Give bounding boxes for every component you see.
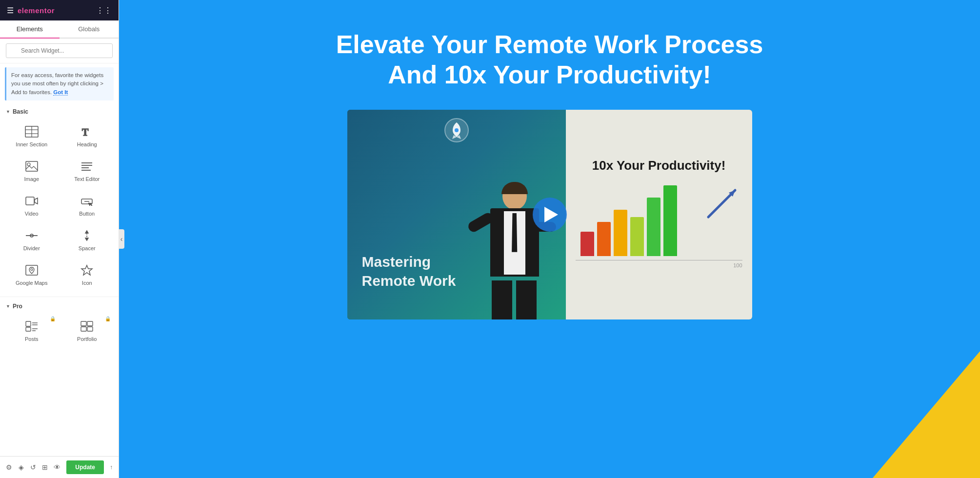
posts-icon xyxy=(23,319,40,334)
sidebar-header-left: ☰ elementor xyxy=(7,6,55,15)
svg-rect-29 xyxy=(81,321,86,326)
hamburger-icon[interactable]: ☰ xyxy=(7,6,14,15)
elementor-logo: elementor xyxy=(18,6,55,15)
sidebar-header: ☰ elementor ⋮⋮ xyxy=(0,0,119,20)
widget-google-maps-label: Google Maps xyxy=(16,280,47,286)
main-canvas: Elevate Your Remote Work Process And 10x… xyxy=(119,0,980,478)
sidebar-scrollable: For easy access, favorite the widgets yo… xyxy=(0,63,119,456)
widget-video-label: Video xyxy=(25,211,39,217)
widget-icon[interactable]: Icon xyxy=(60,256,115,291)
widget-inner-section[interactable]: Inner Section xyxy=(4,118,60,152)
bar-3 xyxy=(614,210,627,256)
video-container[interactable]: Mastering Remote Work xyxy=(347,110,752,319)
settings-icon[interactable]: ⚙ xyxy=(6,462,12,473)
widget-posts[interactable]: 🔒 Posts xyxy=(4,312,60,347)
svg-point-21 xyxy=(31,268,33,270)
widget-image-label: Image xyxy=(24,176,39,182)
svg-rect-11 xyxy=(26,197,34,205)
svg-rect-23 xyxy=(26,321,31,326)
chart-area: 100 xyxy=(576,183,742,271)
svg-marker-22 xyxy=(81,265,92,275)
widget-divider[interactable]: Divider xyxy=(4,221,60,256)
headline-line2: And 10x Your Productivity! xyxy=(388,60,711,89)
svg-point-34 xyxy=(455,128,459,132)
history-icon[interactable]: ↺ xyxy=(30,462,36,473)
svg-marker-19 xyxy=(85,238,88,240)
person-hair xyxy=(501,182,528,194)
sidebar-bottom-toolbar: ⚙ ◈ ↺ ⊞ 👁 Update ↑ xyxy=(0,456,119,478)
widget-inner-section-label: Inner Section xyxy=(16,141,47,147)
svg-rect-30 xyxy=(87,321,93,326)
section-basic-label[interactable]: Basic xyxy=(0,104,119,118)
chart-baseline xyxy=(576,260,742,260)
preview-icon[interactable]: 👁 xyxy=(54,462,60,473)
bar-1 xyxy=(580,232,594,256)
svg-rect-5 xyxy=(26,161,38,171)
favorites-tip: For easy access, favorite the widgets yo… xyxy=(5,67,114,100)
sidebar: ☰ elementor ⋮⋮ Elements Globals For easy… xyxy=(0,0,119,478)
widget-text-editor[interactable]: Text Editor xyxy=(60,152,115,187)
svg-rect-31 xyxy=(81,327,86,331)
collapse-handle[interactable] xyxy=(119,229,124,249)
widget-icon-label: Icon xyxy=(82,280,92,286)
chart-label: 100 xyxy=(576,262,742,268)
svg-marker-18 xyxy=(85,231,88,233)
widget-text-editor-label: Text Editor xyxy=(74,176,100,182)
search-input[interactable] xyxy=(6,43,113,58)
search-container xyxy=(0,39,119,63)
svg-point-6 xyxy=(27,163,30,166)
widget-button[interactable]: Button xyxy=(60,187,115,221)
update-button[interactable]: Update xyxy=(66,460,104,474)
pro-widget-grid: 🔒 Posts 🔒 xyxy=(0,312,119,351)
sidebar-tabs: Elements Globals xyxy=(0,20,119,39)
video-title-line2: Remote Work xyxy=(362,271,456,290)
widget-spacer[interactable]: Spacer xyxy=(60,221,115,256)
svg-rect-32 xyxy=(87,327,93,331)
headline-line1: Elevate Your Remote Work Process xyxy=(336,30,763,59)
person-leg-left xyxy=(492,280,512,319)
spacer-icon xyxy=(78,228,96,243)
hero-headline: Elevate Your Remote Work Process And 10x… xyxy=(336,29,763,90)
tab-globals[interactable]: Globals xyxy=(60,20,119,39)
bar-5 xyxy=(647,198,660,256)
video-icon xyxy=(23,194,40,208)
section-pro-label[interactable]: Pro xyxy=(0,299,119,312)
play-button[interactable] xyxy=(533,198,567,232)
widget-image[interactable]: Image xyxy=(4,152,60,187)
widget-google-maps[interactable]: Google Maps xyxy=(4,256,60,291)
portfolio-icon xyxy=(78,319,96,334)
widget-divider-label: Divider xyxy=(23,245,40,251)
yellow-triangle-decoration xyxy=(873,351,980,478)
posts-lock-icon: 🔒 xyxy=(50,316,56,321)
svg-marker-12 xyxy=(35,198,38,204)
video-right-panel: 10x Your Productivity! xyxy=(566,110,752,319)
image-icon xyxy=(23,159,40,174)
got-it-link[interactable]: Got It xyxy=(53,89,68,96)
widget-portfolio[interactable]: 🔒 Portfolio xyxy=(60,312,115,347)
widget-video[interactable]: Video xyxy=(4,187,60,221)
chart-arrow-svg xyxy=(703,183,742,222)
theme-style-icon[interactable]: ◈ xyxy=(18,462,24,473)
bar-6 xyxy=(663,185,677,256)
inner-section-icon xyxy=(23,124,40,139)
expand-icon[interactable]: ↑ xyxy=(110,464,113,471)
person-leg-right xyxy=(516,280,537,319)
rocket-icon xyxy=(444,118,469,145)
bar-2 xyxy=(597,222,611,256)
widget-heading[interactable]: T Heading xyxy=(60,118,115,152)
person-figure xyxy=(463,173,561,319)
widget-button-label: Button xyxy=(79,211,95,217)
video-title-line1: Mastering xyxy=(362,252,456,271)
tab-elements[interactable]: Elements xyxy=(0,20,60,39)
button-icon xyxy=(78,194,96,208)
heading-icon: T xyxy=(78,124,96,139)
icon-widget-icon xyxy=(78,263,96,278)
navigator-icon[interactable]: ⊞ xyxy=(42,462,48,473)
portfolio-lock-icon: 🔒 xyxy=(105,316,111,321)
divider-icon xyxy=(23,228,40,243)
svg-text:T: T xyxy=(82,127,89,138)
section-divider xyxy=(0,297,119,297)
widget-heading-label: Heading xyxy=(77,141,97,147)
grid-icon[interactable]: ⋮⋮ xyxy=(96,6,112,15)
widget-posts-label: Posts xyxy=(25,336,39,342)
